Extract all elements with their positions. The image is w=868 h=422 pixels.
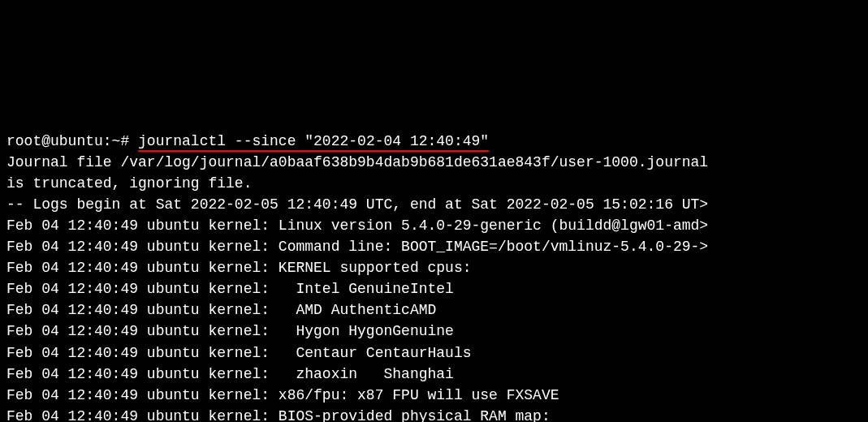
log-line: Feb 04 12:40:49 ubuntu kernel: AMD Authe… bbox=[6, 299, 862, 321]
log-line: Feb 04 12:40:49 ubuntu kernel: Linux ver… bbox=[6, 215, 862, 236]
log-line: Feb 04 12:40:49 ubuntu kernel: KERNEL su… bbox=[6, 257, 862, 278]
log-line: Journal file /var/log/journal/a0baaf638b… bbox=[6, 152, 862, 173]
log-line: Feb 04 12:40:49 ubuntu kernel: Command l… bbox=[6, 236, 862, 257]
log-line: -- Logs begin at Sat 2022-02-05 12:40:49… bbox=[6, 194, 862, 215]
command-line: root@ubuntu:~# journalctl --since "2022-… bbox=[6, 131, 862, 152]
log-line: Feb 04 12:40:49 ubuntu kernel: Centaur C… bbox=[6, 342, 862, 364]
log-line: Feb 04 12:40:49 ubuntu kernel: zhaoxin S… bbox=[6, 364, 862, 385]
terminal-output: root@ubuntu:~# journalctl --since "2022-… bbox=[6, 88, 862, 422]
log-line: Feb 04 12:40:49 ubuntu kernel: Intel Gen… bbox=[6, 278, 862, 299]
log-line: is truncated, ignoring file. bbox=[6, 173, 862, 194]
log-line: Feb 04 12:40:49 ubuntu kernel: Hygon Hyg… bbox=[6, 321, 862, 342]
log-line: Feb 04 12:40:49 ubuntu kernel: BIOS-prov… bbox=[6, 406, 862, 422]
shell-prompt: root@ubuntu:~# bbox=[6, 133, 138, 149]
shell-command: journalctl --since "2022-02-04 12:40:49" bbox=[138, 133, 489, 152]
log-line: Feb 04 12:40:49 ubuntu kernel: x86/fpu: … bbox=[6, 385, 862, 406]
